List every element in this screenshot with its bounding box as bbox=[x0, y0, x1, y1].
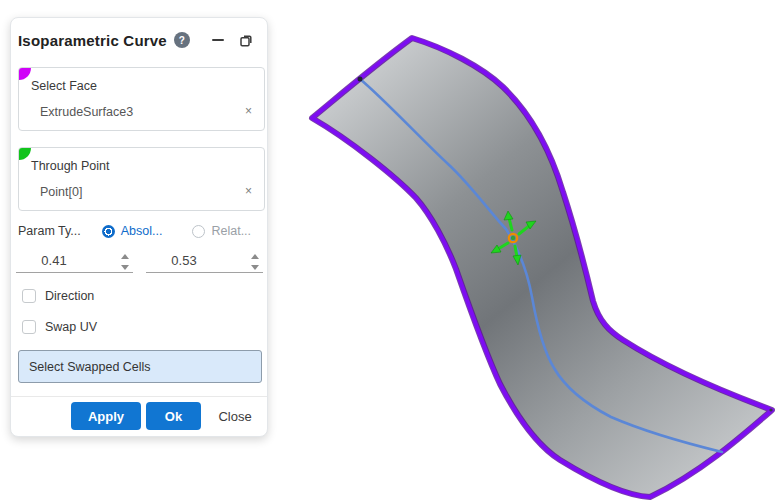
corner-vertex bbox=[769, 408, 772, 411]
curve-start-point[interactable] bbox=[358, 77, 363, 82]
radio-absolute[interactable] bbox=[102, 225, 115, 238]
point-selection-wedge-icon bbox=[19, 148, 31, 160]
radio-relative-label[interactable]: Relat... bbox=[211, 224, 251, 238]
radio-relative[interactable] bbox=[192, 225, 205, 238]
restore-window-icon[interactable] bbox=[238, 32, 255, 49]
clear-point-icon[interactable]: × bbox=[245, 184, 252, 198]
v-spinner-arrows bbox=[250, 254, 260, 270]
dialog-title: Isoparametric Curve bbox=[18, 32, 167, 49]
spin-up-icon[interactable] bbox=[121, 254, 129, 259]
spin-up-icon[interactable] bbox=[251, 254, 259, 259]
spin-down-icon[interactable] bbox=[121, 265, 129, 270]
close-button[interactable]: Close bbox=[207, 402, 263, 430]
u-param-value[interactable]: 0.41 bbox=[16, 251, 92, 268]
ok-button[interactable]: Ok bbox=[146, 402, 201, 430]
dialog-header: Isoparametric Curve ? bbox=[11, 26, 267, 54]
clear-face-icon[interactable]: × bbox=[245, 104, 252, 118]
u-spinner-arrows bbox=[120, 254, 130, 270]
select-face-value: ExtrudeSurface3 bbox=[40, 105, 133, 119]
swap-uv-checkbox[interactable] bbox=[22, 320, 36, 334]
v-param-spinner[interactable]: 0.53 bbox=[146, 251, 263, 273]
select-face-label: Select Face bbox=[31, 79, 97, 93]
u-param-spinner[interactable]: 0.41 bbox=[16, 251, 133, 273]
through-point-field[interactable]: Through Point Point[0] × bbox=[18, 147, 265, 211]
manipulator-center-fill bbox=[511, 236, 515, 240]
direction-label[interactable]: Direction bbox=[45, 289, 94, 303]
dialog-footer: Apply Ok Close bbox=[11, 396, 267, 437]
through-point-label: Through Point bbox=[31, 159, 110, 173]
through-point-value: Point[0] bbox=[40, 185, 82, 199]
help-icon[interactable]: ? bbox=[174, 32, 190, 48]
spin-down-icon[interactable] bbox=[251, 265, 259, 270]
select-face-field[interactable]: Select Face ExtrudeSurface3 × bbox=[18, 67, 265, 131]
minimize-icon[interactable] bbox=[212, 34, 225, 47]
param-type-row: Param Ty... Absol... Relat... bbox=[18, 223, 262, 239]
radio-absolute-label[interactable]: Absol... bbox=[121, 224, 163, 238]
v-param-value[interactable]: 0.53 bbox=[146, 251, 222, 268]
param-type-label: Param Ty... bbox=[18, 224, 81, 238]
isoparametric-curve-dialog: Isoparametric Curve ? Select Face Extrud… bbox=[10, 17, 268, 437]
direction-checkbox[interactable] bbox=[22, 289, 36, 303]
direction-checkbox-row: Direction bbox=[22, 288, 94, 303]
face-selection-wedge-icon bbox=[19, 68, 31, 80]
select-swapped-cells-field[interactable]: Select Swapped Cells bbox=[18, 350, 262, 383]
surface-face[interactable] bbox=[312, 38, 772, 497]
apply-button[interactable]: Apply bbox=[71, 402, 141, 430]
select-swapped-cells-label: Select Swapped Cells bbox=[29, 360, 151, 374]
swap-uv-checkbox-row: Swap UV bbox=[22, 319, 97, 334]
swap-uv-label[interactable]: Swap UV bbox=[45, 320, 97, 334]
